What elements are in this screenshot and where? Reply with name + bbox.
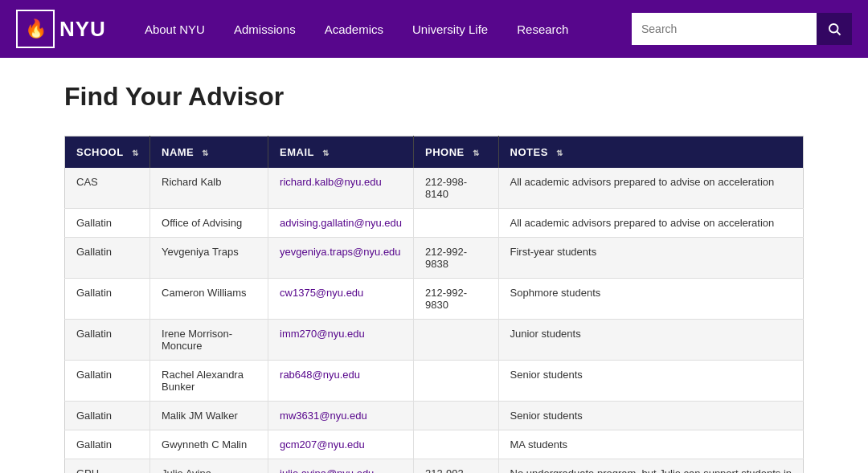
cell-phone bbox=[414, 430, 498, 459]
sort-icon-notes: ⇅ bbox=[556, 149, 563, 157]
cell-notes: All academic advisors prepared to advise… bbox=[498, 168, 803, 209]
table-row: CASRichard Kalbrichard.kalb@nyu.edu212-9… bbox=[65, 168, 804, 209]
sort-icon-phone: ⇅ bbox=[473, 149, 480, 157]
email-link[interactable]: yevgeniya.traps@nyu.edu bbox=[280, 246, 401, 258]
svg-point-0 bbox=[829, 24, 838, 33]
col-header-school[interactable]: SCHOOL ⇅ bbox=[65, 137, 150, 169]
cell-phone bbox=[414, 209, 498, 238]
main-nav: About NYU Admissions Academics Universit… bbox=[130, 22, 632, 36]
nav-admissions[interactable]: Admissions bbox=[219, 22, 310, 36]
table-row: GallatinYevgeniya Trapsyevgeniya.traps@n… bbox=[65, 238, 804, 279]
cell-notes: First-year students bbox=[498, 238, 803, 279]
cell-email[interactable]: gcm207@nyu.edu bbox=[268, 430, 414, 459]
torch-icon: 🔥 bbox=[25, 18, 47, 39]
cell-name: Malik JM Walker bbox=[150, 402, 268, 430]
cell-phone: 212-998-8140 bbox=[414, 168, 498, 209]
cell-school: Gallatin bbox=[65, 361, 150, 402]
sort-icon-school: ⇅ bbox=[132, 149, 139, 157]
cell-phone bbox=[414, 402, 498, 430]
cell-email[interactable]: richard.kalb@nyu.edu bbox=[268, 168, 414, 209]
logo-link[interactable]: 🔥 NYU bbox=[16, 10, 106, 48]
cell-school: Gallatin bbox=[65, 279, 150, 320]
cell-name: Gwynneth C Malin bbox=[150, 430, 268, 459]
email-link[interactable]: mw3631@nyu.edu bbox=[280, 410, 367, 422]
cell-notes: All academic advisors prepared to advise… bbox=[498, 209, 803, 238]
logo-box: 🔥 bbox=[16, 10, 55, 48]
col-header-name[interactable]: NAME ⇅ bbox=[150, 137, 268, 169]
nav-university-life[interactable]: University Life bbox=[398, 22, 502, 36]
cell-phone: 212-992-9830 bbox=[414, 279, 498, 320]
table-row: GPHJulie Avinajulie.avina@nyu.edu212-992… bbox=[65, 459, 804, 474]
sort-icon-email: ⇅ bbox=[322, 149, 330, 157]
cell-email[interactable]: cw1375@nyu.edu bbox=[268, 279, 414, 320]
email-link[interactable]: gcm207@nyu.edu bbox=[280, 438, 365, 451]
email-link[interactable]: richard.kalb@nyu.edu bbox=[280, 176, 382, 188]
table-row: GallatinRachel Alexandra Bunkerrab648@ny… bbox=[65, 361, 804, 402]
cell-phone: 212-992-9940 bbox=[414, 459, 498, 474]
email-link[interactable]: cw1375@nyu.edu bbox=[280, 287, 363, 299]
cell-school: GPH bbox=[65, 459, 150, 474]
table-header-row: SCHOOL ⇅ NAME ⇅ EMAIL ⇅ PHONE ⇅ NOTES bbox=[65, 137, 804, 169]
cell-school: Gallatin bbox=[65, 402, 150, 430]
cell-name: Julie Avina bbox=[150, 459, 268, 474]
cell-notes: Senior students bbox=[498, 402, 803, 430]
table-row: GallatinGwynneth C Malingcm207@nyu.eduMA… bbox=[65, 430, 804, 459]
cell-email: rab648@nyu.edu bbox=[268, 361, 414, 402]
cell-phone bbox=[414, 361, 498, 402]
email-link[interactable]: imm270@nyu.edu bbox=[280, 328, 365, 340]
nav-academics[interactable]: Academics bbox=[310, 22, 398, 36]
cell-school: Gallatin bbox=[65, 320, 150, 361]
cell-phone bbox=[414, 320, 498, 361]
table-row: GallatinOffice of Advisingadvising.galla… bbox=[65, 209, 804, 238]
cell-notes: Junior students bbox=[498, 320, 803, 361]
col-header-notes[interactable]: NOTES ⇅ bbox=[498, 137, 803, 169]
cell-name: Office of Advising bbox=[150, 209, 268, 238]
svg-line-1 bbox=[837, 31, 840, 35]
email-link[interactable]: rab648@nyu.edu bbox=[280, 369, 360, 381]
search-input[interactable] bbox=[632, 13, 817, 45]
cell-notes: Sophmore students bbox=[498, 279, 803, 320]
main-content: Find Your Advisor SCHOOL ⇅ NAME ⇅ EMAIL … bbox=[0, 58, 868, 473]
cell-email: mw3631@nyu.edu bbox=[268, 402, 414, 430]
cell-name: Cameron Williams bbox=[150, 279, 268, 320]
cell-notes: MA students bbox=[498, 430, 803, 459]
advisor-table: SCHOOL ⇅ NAME ⇅ EMAIL ⇅ PHONE ⇅ NOTES bbox=[64, 136, 804, 473]
cell-school: Gallatin bbox=[65, 209, 150, 238]
cell-email[interactable]: yevgeniya.traps@nyu.edu bbox=[268, 238, 414, 279]
cell-phone: 212-992-9838 bbox=[414, 238, 498, 279]
cell-notes: Senior students bbox=[498, 361, 803, 402]
cell-school: Gallatin bbox=[65, 430, 150, 459]
table-row: GallatinIrene Morrison-Moncureimm270@nyu… bbox=[65, 320, 804, 361]
email-link[interactable]: advising.gallatin@nyu.edu bbox=[280, 217, 402, 229]
cell-email[interactable]: advising.gallatin@nyu.edu bbox=[268, 209, 414, 238]
cell-name: Irene Morrison-Moncure bbox=[150, 320, 268, 361]
col-header-email[interactable]: EMAIL ⇅ bbox=[268, 137, 414, 169]
logo-nyu-text: NYU bbox=[59, 17, 106, 42]
cell-name: Richard Kalb bbox=[150, 168, 268, 209]
table-row: GallatinMalik JM Walkermw3631@nyu.eduSen… bbox=[65, 402, 804, 430]
nav-research[interactable]: Research bbox=[502, 22, 583, 36]
sort-icon-name: ⇅ bbox=[202, 149, 209, 157]
nav-about-nyu[interactable]: About NYU bbox=[130, 22, 219, 36]
cell-name: Yevgeniya Traps bbox=[150, 238, 268, 279]
cell-email: julie.avina@nyu.edu bbox=[268, 459, 414, 474]
cell-email: imm270@nyu.edu bbox=[268, 320, 414, 361]
cell-school: CAS bbox=[65, 168, 150, 209]
cell-notes: No undergraduate program, but Julie can … bbox=[498, 459, 803, 474]
cell-name: Rachel Alexandra Bunker bbox=[150, 361, 268, 402]
site-header: 🔥 NYU About NYU Admissions Academics Uni… bbox=[0, 0, 868, 58]
cell-school: Gallatin bbox=[65, 238, 150, 279]
search-button[interactable] bbox=[817, 13, 852, 45]
col-header-phone[interactable]: PHONE ⇅ bbox=[414, 137, 498, 169]
table-row: GallatinCameron Williamscw1375@nyu.edu21… bbox=[65, 279, 804, 320]
search-container bbox=[632, 13, 852, 45]
email-link[interactable]: julie.avina@nyu.edu bbox=[280, 467, 374, 473]
search-icon bbox=[827, 22, 841, 36]
page-title: Find Your Advisor bbox=[64, 82, 804, 112]
